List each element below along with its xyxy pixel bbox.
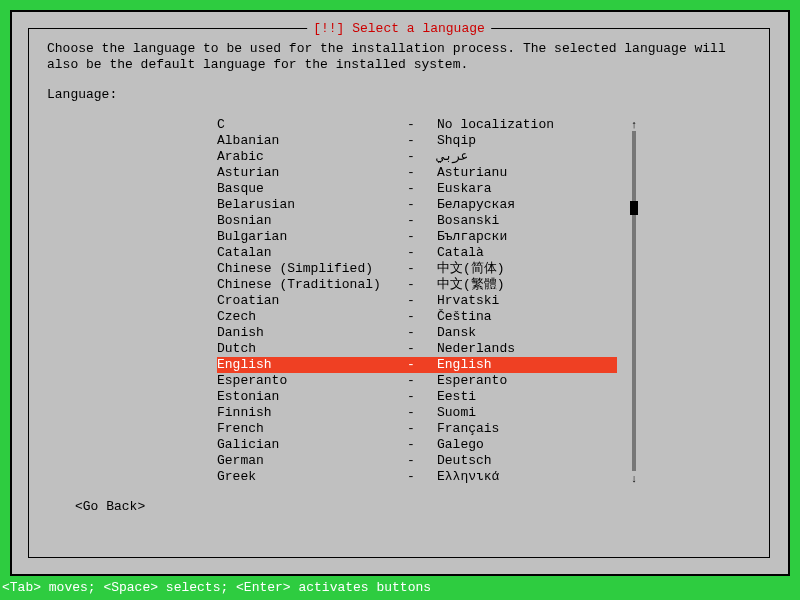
separator: - <box>407 245 437 261</box>
language-option[interactable]: Galician- Galego <box>217 437 617 453</box>
separator: - <box>407 213 437 229</box>
separator: - <box>407 261 437 277</box>
language-option[interactable]: Czech- Čeština <box>217 309 617 325</box>
dialog-content: Choose the language to be used for the i… <box>29 29 769 523</box>
language-name: Greek <box>217 469 407 485</box>
separator: - <box>407 117 437 133</box>
separator: - <box>407 149 437 165</box>
language-name: Belarusian <box>217 197 407 213</box>
language-name: Croatian <box>217 293 407 309</box>
language-name: Estonian <box>217 389 407 405</box>
language-list-container: C- No localizationAlbanian- ShqipArabic-… <box>217 117 617 485</box>
language-name: Danish <box>217 325 407 341</box>
language-native: Euskara <box>437 181 617 197</box>
scrollbar[interactable]: ↑ ↓ <box>629 117 639 485</box>
language-option[interactable]: Bulgarian- Български <box>217 229 617 245</box>
language-native: Hrvatski <box>437 293 617 309</box>
language-option[interactable]: Dutch- Nederlands <box>217 341 617 357</box>
language-name: Basque <box>217 181 407 197</box>
language-native: Nederlands <box>437 341 617 357</box>
separator: - <box>407 309 437 325</box>
language-native: Català <box>437 245 617 261</box>
separator: - <box>407 293 437 309</box>
separator: - <box>407 325 437 341</box>
separator: - <box>407 341 437 357</box>
language-label: Language: <box>47 87 751 103</box>
separator: - <box>407 469 437 485</box>
language-option[interactable]: English- English <box>217 357 617 373</box>
language-option[interactable]: Chinese (Traditional)- 中文(繁體) <box>217 277 617 293</box>
language-name: Dutch <box>217 341 407 357</box>
language-name: French <box>217 421 407 437</box>
installer-screen: [!!] Select a language Choose the langua… <box>10 10 790 576</box>
separator: - <box>407 181 437 197</box>
language-name: C <box>217 117 407 133</box>
language-name: Bulgarian <box>217 229 407 245</box>
language-option[interactable]: Belarusian- Беларуская <box>217 197 617 213</box>
language-native: Bosanski <box>437 213 617 229</box>
language-name: Catalan <box>217 245 407 261</box>
footer-help-text: <Tab> moves; <Space> selects; <Enter> ac… <box>0 580 431 596</box>
language-native: 中文(繁體) <box>437 277 617 293</box>
language-option[interactable]: Basque- Euskara <box>217 181 617 197</box>
language-native: عربي <box>437 149 617 165</box>
language-option[interactable]: Bosnian- Bosanski <box>217 213 617 229</box>
language-native: Čeština <box>437 309 617 325</box>
language-option[interactable]: German- Deutsch <box>217 453 617 469</box>
scroll-track[interactable] <box>632 131 636 471</box>
language-name: Bosnian <box>217 213 407 229</box>
language-native: Suomi <box>437 405 617 421</box>
language-native: Asturianu <box>437 165 617 181</box>
language-native: Galego <box>437 437 617 453</box>
separator: - <box>407 197 437 213</box>
language-name: English <box>217 357 407 373</box>
language-option[interactable]: Danish- Dansk <box>217 325 617 341</box>
language-option[interactable]: French- Français <box>217 421 617 437</box>
language-name: Esperanto <box>217 373 407 389</box>
separator: - <box>407 357 437 373</box>
separator: - <box>407 373 437 389</box>
language-native: Dansk <box>437 325 617 341</box>
language-native: Esperanto <box>437 373 617 389</box>
language-option[interactable]: Esperanto- Esperanto <box>217 373 617 389</box>
language-native: 中文(简体) <box>437 261 617 277</box>
language-option[interactable]: C- No localization <box>217 117 617 133</box>
separator: - <box>407 277 437 293</box>
separator: - <box>407 405 437 421</box>
separator: - <box>407 437 437 453</box>
separator: - <box>407 165 437 181</box>
language-option[interactable]: Croatian- Hrvatski <box>217 293 617 309</box>
language-option[interactable]: Catalan- Català <box>217 245 617 261</box>
language-option[interactable]: Greek- Ελληνικά <box>217 469 617 485</box>
language-name: German <box>217 453 407 469</box>
separator: - <box>407 389 437 405</box>
language-option[interactable]: Albanian- Shqip <box>217 133 617 149</box>
language-name: Asturian <box>217 165 407 181</box>
language-name: Finnish <box>217 405 407 421</box>
language-native: Deutsch <box>437 453 617 469</box>
language-native: English <box>437 357 617 373</box>
language-list[interactable]: C- No localizationAlbanian- ShqipArabic-… <box>217 117 617 485</box>
separator: - <box>407 229 437 245</box>
language-native: No localization <box>437 117 617 133</box>
language-dialog: [!!] Select a language Choose the langua… <box>28 28 770 558</box>
language-option[interactable]: Finnish- Suomi <box>217 405 617 421</box>
language-name: Galician <box>217 437 407 453</box>
separator: - <box>407 453 437 469</box>
scroll-up-arrow[interactable]: ↑ <box>629 117 639 131</box>
language-native: Български <box>437 229 617 245</box>
language-option[interactable]: Arabic- عربي <box>217 149 617 165</box>
scroll-down-arrow[interactable]: ↓ <box>629 471 639 485</box>
language-name: Arabic <box>217 149 407 165</box>
language-option[interactable]: Estonian- Eesti <box>217 389 617 405</box>
language-native: Shqip <box>437 133 617 149</box>
go-back-button[interactable]: <Go Back> <box>75 499 145 515</box>
language-native: Eesti <box>437 389 617 405</box>
instruction-text: Choose the language to be used for the i… <box>47 41 751 73</box>
language-option[interactable]: Chinese (Simplified)- 中文(简体) <box>217 261 617 277</box>
language-option[interactable]: Asturian- Asturianu <box>217 165 617 181</box>
language-native: Ελληνικά <box>437 469 617 485</box>
dialog-title: [!!] Select a language <box>307 21 491 37</box>
language-name: Czech <box>217 309 407 325</box>
scroll-thumb[interactable] <box>630 201 638 215</box>
